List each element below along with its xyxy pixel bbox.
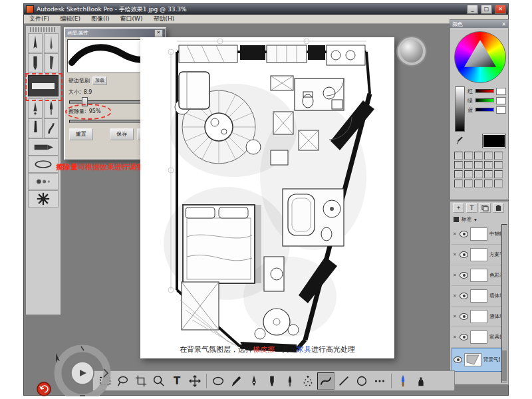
menu-image[interactable]: 图像(I) xyxy=(86,15,115,23)
swatch-slot[interactable] xyxy=(494,170,503,178)
color-panel-close-icon[interactable]: ✕ xyxy=(501,21,506,27)
blue-slider[interactable] xyxy=(475,108,494,112)
layers-scrollbar-thumb[interactable] xyxy=(502,350,507,381)
swatch-slot[interactable] xyxy=(474,152,483,160)
blend-mode-caret-icon[interactable]: ▾ xyxy=(474,217,477,223)
ellipse-tool-icon[interactable] xyxy=(209,372,227,390)
swatch-slot[interactable] xyxy=(484,152,493,160)
color-panel-header[interactable]: 颜色 ✕ xyxy=(450,20,508,28)
layer-visibility-icon[interactable] xyxy=(460,231,468,237)
marker-tool-icon[interactable] xyxy=(263,372,281,390)
layer-visibility-icon[interactable] xyxy=(460,272,468,279)
minimize-button[interactable]: _ xyxy=(467,5,478,14)
swatch-slot[interactable] xyxy=(464,170,473,178)
layer-row-selected[interactable]: 背景气氛图层 xyxy=(452,348,502,372)
swatch-slot[interactable] xyxy=(494,180,503,188)
green-slider[interactable] xyxy=(475,98,494,102)
layer-lock-icon[interactable]: ✕ xyxy=(453,314,458,319)
stamp-brush-tool-icon[interactable] xyxy=(28,173,59,190)
value-gradient-bar[interactable] xyxy=(455,86,465,132)
crop-tool-icon[interactable] xyxy=(132,372,150,390)
layer-row[interactable]: ✕ 色彩基础填充 xyxy=(452,265,502,286)
pen-tool-icon[interactable] xyxy=(245,372,263,390)
color-wheel[interactable] xyxy=(454,31,506,83)
layer-row[interactable]: ✕ 方案平面线稿 xyxy=(452,245,502,265)
menu-file[interactable]: 文件(F) xyxy=(24,15,55,23)
add-layer-button[interactable]: ＋ xyxy=(453,203,464,213)
layer-visibility-icon[interactable] xyxy=(460,334,468,340)
layer-visibility-icon[interactable] xyxy=(460,293,468,299)
layer-row[interactable]: ✕ 液体填充 xyxy=(452,307,502,327)
size-slider-thumb[interactable] xyxy=(82,97,88,106)
layers-scrollbar[interactable] xyxy=(501,224,507,383)
swatch-slot[interactable] xyxy=(484,161,493,169)
swatch-slot[interactable] xyxy=(484,180,493,188)
swatch-slot[interactable] xyxy=(494,161,503,169)
swatch-slot[interactable] xyxy=(464,180,473,188)
layer-visibility-icon[interactable] xyxy=(454,356,462,363)
swatch-slot[interactable] xyxy=(454,161,463,169)
swatch-slot[interactable] xyxy=(454,170,463,178)
pencil-tool-icon[interactable] xyxy=(227,372,245,390)
move-tool-icon[interactable] xyxy=(186,372,203,390)
swatch-slot[interactable] xyxy=(454,180,463,188)
color-brush-tool-icon[interactable] xyxy=(394,372,412,390)
maximize-button[interactable]: □ xyxy=(481,5,492,14)
text-tool-icon[interactable]: T xyxy=(168,372,186,390)
menu-help[interactable]: 帮助(H) xyxy=(148,15,180,23)
eyedropper-icon[interactable] xyxy=(455,136,464,146)
undo-button[interactable] xyxy=(37,382,51,396)
dialog-close-icon[interactable]: ✕ xyxy=(154,29,163,37)
red-slider[interactable] xyxy=(475,89,494,93)
brush-tool-icon[interactable] xyxy=(281,372,299,390)
reset-button[interactable]: 重置 xyxy=(69,128,93,140)
text-layer-button[interactable]: T xyxy=(466,203,477,213)
blue-value-box[interactable] xyxy=(496,106,506,114)
swatch-slot[interactable] xyxy=(474,170,483,178)
layer-row[interactable]: ✕ 家具投影 xyxy=(452,327,502,348)
layer-lock-icon[interactable]: ✕ xyxy=(453,231,458,237)
zoom-tool-icon[interactable] xyxy=(150,372,168,390)
swatch-slot[interactable] xyxy=(454,152,463,160)
delete-layer-button[interactable] xyxy=(493,203,504,213)
menu-window[interactable]: 窗口(W) xyxy=(115,15,148,23)
layer-visibility-icon[interactable] xyxy=(460,251,468,258)
layer-visibility-icon[interactable] xyxy=(460,313,468,320)
save-button[interactable]: 保存 xyxy=(110,128,134,140)
pencil-tool-icon[interactable] xyxy=(28,33,43,53)
layer-row[interactable]: ✕ 中轴辅助线 xyxy=(452,224,502,245)
close-button[interactable]: ✕ xyxy=(495,5,506,14)
dots-tool-icon[interactable] xyxy=(371,372,388,390)
red-value-box[interactable] xyxy=(496,88,506,95)
menu-edit[interactable]: 编辑(E) xyxy=(55,15,86,23)
eraser-tool-icon[interactable] xyxy=(28,75,59,96)
circle-tool-icon[interactable] xyxy=(353,372,370,390)
paintbrush-tool-icon[interactable] xyxy=(44,98,59,118)
marker-tool-icon[interactable] xyxy=(28,53,43,73)
line-tool-icon[interactable] xyxy=(335,372,352,390)
airbrush-tool-icon[interactable] xyxy=(28,98,43,118)
chisel-tip-pen-tool-icon[interactable] xyxy=(44,53,59,73)
layer-lock-icon[interactable]: ✕ xyxy=(453,273,458,278)
smudge-tool-icon[interactable] xyxy=(44,118,59,138)
swatch-slot[interactable] xyxy=(464,161,473,169)
flower-brush-tool-icon[interactable] xyxy=(28,190,59,207)
swatch-slot[interactable] xyxy=(474,180,483,188)
layer-lock-icon[interactable]: ✕ xyxy=(453,334,458,340)
load-brush-button[interactable]: 加载 xyxy=(92,76,107,85)
airbrush-tool-icon[interactable] xyxy=(299,372,317,390)
layer-lock-icon[interactable]: ✕ xyxy=(453,252,458,257)
current-color-swatch[interactable] xyxy=(483,134,505,148)
duplicate-layer-button[interactable] xyxy=(479,203,491,213)
dialog-title-bar[interactable]: 画笔属性 ✕ xyxy=(65,29,165,37)
ink-bottle-tool-icon[interactable] xyxy=(412,372,430,390)
palette-drag-handle[interactable] xyxy=(30,27,57,32)
swatch-slot[interactable] xyxy=(494,152,503,160)
ballpoint-pen-tool-icon[interactable] xyxy=(44,33,59,53)
fill-brush-tool-icon[interactable] xyxy=(28,138,59,156)
layer-row[interactable]: ✕ 墙体填充 xyxy=(452,286,502,307)
blend-mode-select[interactable]: 标准 xyxy=(462,216,471,223)
rotation-puck[interactable] xyxy=(396,36,427,66)
swatch-slot[interactable] xyxy=(464,152,473,160)
layer-lock-icon[interactable]: ✕ xyxy=(453,293,458,299)
